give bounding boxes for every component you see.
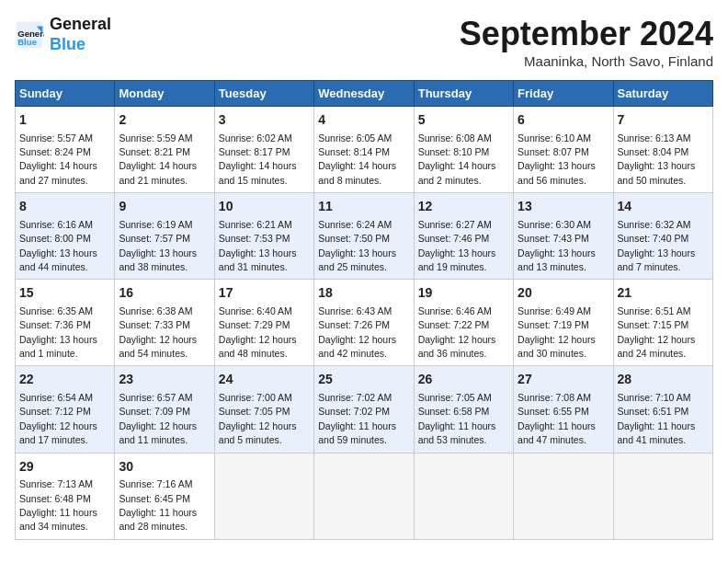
day-info: Sunrise: 6:54 AM Sunset: 7:12 PM Dayligh… — [19, 392, 97, 445]
day-number: 22 — [19, 371, 110, 389]
day-info: Sunrise: 6:16 AM Sunset: 8:00 PM Dayligh… — [19, 219, 97, 272]
day-cell: 15Sunrise: 6:35 AM Sunset: 7:36 PM Dayli… — [16, 280, 115, 366]
day-cell: 28Sunrise: 7:10 AM Sunset: 6:51 PM Dayli… — [613, 366, 712, 453]
day-cell: 14Sunrise: 6:32 AM Sunset: 7:40 PM Dayli… — [613, 193, 712, 280]
day-number: 30 — [119, 458, 210, 477]
day-cell — [314, 453, 414, 539]
day-info: Sunrise: 6:51 AM Sunset: 7:15 PM Dayligh… — [618, 305, 696, 359]
day-cell: 16Sunrise: 6:38 AM Sunset: 7:33 PM Dayli… — [115, 280, 214, 366]
day-number: 3 — [219, 111, 310, 130]
day-info: Sunrise: 6:40 AM Sunset: 7:29 PM Dayligh… — [219, 305, 297, 359]
day-cell: 9Sunrise: 6:19 AM Sunset: 7:57 PM Daylig… — [115, 193, 214, 280]
day-number: 9 — [119, 198, 210, 216]
day-info: Sunrise: 7:02 AM Sunset: 7:02 PM Dayligh… — [318, 392, 396, 445]
column-header-wednesday: Wednesday — [314, 81, 414, 107]
day-number: 10 — [219, 198, 310, 216]
day-number: 4 — [318, 111, 409, 130]
column-header-friday: Friday — [514, 81, 613, 107]
day-cell: 10Sunrise: 6:21 AM Sunset: 7:53 PM Dayli… — [214, 193, 313, 280]
column-header-sunday: Sunday — [16, 81, 115, 107]
day-info: Sunrise: 6:13 AM Sunset: 8:04 PM Dayligh… — [618, 132, 696, 186]
day-number: 8 — [19, 198, 110, 216]
day-info: Sunrise: 6:35 AM Sunset: 7:36 PM Dayligh… — [19, 305, 97, 359]
day-info: Sunrise: 6:21 AM Sunset: 7:53 PM Dayligh… — [219, 219, 297, 272]
logo: General Blue General Blue — [15, 15, 111, 54]
day-number: 28 — [618, 371, 709, 389]
day-number: 25 — [318, 371, 409, 389]
day-info: Sunrise: 5:59 AM Sunset: 8:21 PM Dayligh… — [119, 132, 197, 186]
week-row-5: 29Sunrise: 7:13 AM Sunset: 6:48 PM Dayli… — [16, 453, 713, 539]
day-number: 29 — [19, 458, 110, 477]
day-cell: 8Sunrise: 6:16 AM Sunset: 8:00 PM Daylig… — [16, 193, 115, 280]
week-row-4: 22Sunrise: 6:54 AM Sunset: 7:12 PM Dayli… — [16, 366, 713, 453]
day-cell: 18Sunrise: 6:43 AM Sunset: 7:26 PM Dayli… — [314, 280, 414, 366]
month-title: September 2024 — [460, 15, 713, 53]
column-header-thursday: Thursday — [414, 81, 513, 107]
day-info: Sunrise: 6:57 AM Sunset: 7:09 PM Dayligh… — [119, 392, 197, 445]
day-info: Sunrise: 6:46 AM Sunset: 7:22 PM Dayligh… — [418, 305, 496, 359]
day-cell: 11Sunrise: 6:24 AM Sunset: 7:50 PM Dayli… — [314, 193, 414, 280]
day-info: Sunrise: 6:05 AM Sunset: 8:14 PM Dayligh… — [318, 132, 396, 186]
day-number: 14 — [618, 198, 709, 216]
day-cell: 30Sunrise: 7:16 AM Sunset: 6:45 PM Dayli… — [115, 453, 214, 539]
day-cell — [214, 453, 313, 539]
day-number: 15 — [19, 284, 110, 303]
day-number: 26 — [418, 371, 509, 389]
column-header-saturday: Saturday — [613, 81, 712, 107]
day-number: 23 — [119, 371, 210, 389]
day-cell: 19Sunrise: 6:46 AM Sunset: 7:22 PM Dayli… — [414, 280, 513, 366]
title-block: September 2024 Maaninka, North Savo, Fin… — [460, 15, 713, 69]
day-info: Sunrise: 6:08 AM Sunset: 8:10 PM Dayligh… — [418, 132, 496, 186]
day-cell: 3Sunrise: 6:02 AM Sunset: 8:17 PM Daylig… — [214, 107, 313, 193]
day-cell: 2Sunrise: 5:59 AM Sunset: 8:21 PM Daylig… — [115, 107, 214, 193]
day-number: 12 — [418, 198, 509, 216]
day-number: 7 — [618, 111, 709, 130]
day-number: 24 — [219, 371, 310, 389]
day-info: Sunrise: 6:43 AM Sunset: 7:26 PM Dayligh… — [318, 305, 396, 359]
day-info: Sunrise: 6:19 AM Sunset: 7:57 PM Dayligh… — [119, 219, 197, 272]
day-cell: 12Sunrise: 6:27 AM Sunset: 7:46 PM Dayli… — [414, 193, 513, 280]
day-number: 11 — [318, 198, 409, 216]
day-cell: 17Sunrise: 6:40 AM Sunset: 7:29 PM Dayli… — [214, 280, 313, 366]
day-cell: 23Sunrise: 6:57 AM Sunset: 7:09 PM Dayli… — [115, 366, 214, 453]
day-info: Sunrise: 7:05 AM Sunset: 6:58 PM Dayligh… — [418, 392, 496, 445]
day-cell — [414, 453, 513, 539]
day-info: Sunrise: 6:10 AM Sunset: 8:07 PM Dayligh… — [518, 132, 596, 186]
day-info: Sunrise: 6:24 AM Sunset: 7:50 PM Dayligh… — [318, 219, 396, 272]
day-cell: 21Sunrise: 6:51 AM Sunset: 7:15 PM Dayli… — [613, 280, 712, 366]
day-number: 20 — [518, 284, 609, 303]
page-header: General Blue General Blue September 2024… — [15, 15, 713, 69]
day-cell: 6Sunrise: 6:10 AM Sunset: 8:07 PM Daylig… — [514, 107, 613, 193]
column-headers: SundayMondayTuesdayWednesdayThursdayFrid… — [16, 81, 713, 107]
day-cell: 13Sunrise: 6:30 AM Sunset: 7:43 PM Dayli… — [514, 193, 613, 280]
day-info: Sunrise: 7:16 AM Sunset: 6:45 PM Dayligh… — [119, 478, 197, 532]
day-info: Sunrise: 6:27 AM Sunset: 7:46 PM Dayligh… — [418, 219, 496, 272]
day-info: Sunrise: 5:57 AM Sunset: 8:24 PM Dayligh… — [19, 132, 97, 186]
day-cell: 27Sunrise: 7:08 AM Sunset: 6:55 PM Dayli… — [514, 366, 613, 453]
day-number: 6 — [518, 111, 609, 130]
day-info: Sunrise: 6:49 AM Sunset: 7:19 PM Dayligh… — [518, 305, 596, 359]
logo-icon: General Blue — [15, 20, 44, 50]
calendar-table: SundayMondayTuesdayWednesdayThursdayFrid… — [15, 80, 713, 540]
day-info: Sunrise: 7:00 AM Sunset: 7:05 PM Dayligh… — [219, 392, 297, 445]
day-number: 13 — [518, 198, 609, 216]
day-cell: 25Sunrise: 7:02 AM Sunset: 7:02 PM Dayli… — [314, 366, 414, 453]
logo-blue: Blue — [50, 35, 111, 55]
day-number: 19 — [418, 284, 509, 303]
day-info: Sunrise: 6:38 AM Sunset: 7:33 PM Dayligh… — [119, 305, 197, 359]
day-cell: 26Sunrise: 7:05 AM Sunset: 6:58 PM Dayli… — [414, 366, 513, 453]
day-cell: 5Sunrise: 6:08 AM Sunset: 8:10 PM Daylig… — [414, 107, 513, 193]
day-cell — [613, 453, 712, 539]
day-number: 5 — [418, 111, 509, 130]
week-row-1: 1Sunrise: 5:57 AM Sunset: 8:24 PM Daylig… — [16, 107, 713, 193]
logo-general: General — [50, 15, 111, 35]
day-info: Sunrise: 7:13 AM Sunset: 6:48 PM Dayligh… — [19, 478, 97, 532]
day-info: Sunrise: 7:08 AM Sunset: 6:55 PM Dayligh… — [518, 392, 596, 445]
day-info: Sunrise: 6:02 AM Sunset: 8:17 PM Dayligh… — [219, 132, 297, 186]
day-cell: 22Sunrise: 6:54 AM Sunset: 7:12 PM Dayli… — [16, 366, 115, 453]
location: Maaninka, North Savo, Finland — [460, 53, 713, 69]
column-header-tuesday: Tuesday — [214, 81, 313, 107]
day-info: Sunrise: 7:10 AM Sunset: 6:51 PM Dayligh… — [618, 392, 696, 445]
day-cell: 1Sunrise: 5:57 AM Sunset: 8:24 PM Daylig… — [16, 107, 115, 193]
day-cell: 29Sunrise: 7:13 AM Sunset: 6:48 PM Dayli… — [16, 453, 115, 539]
